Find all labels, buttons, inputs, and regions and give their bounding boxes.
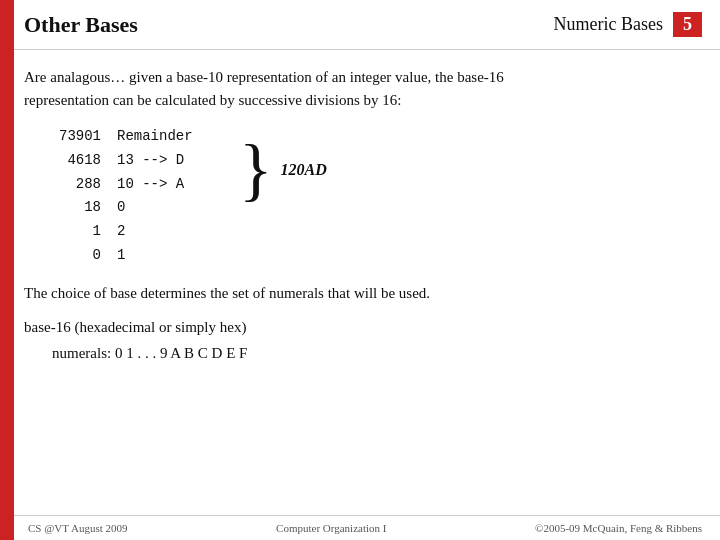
left-accent bbox=[0, 0, 14, 540]
footer-left: CS @VT August 2009 bbox=[28, 522, 127, 534]
right-brace-icon: } bbox=[239, 135, 273, 205]
table-header-row: 73901 Remainder bbox=[54, 125, 229, 149]
num-18: 18 bbox=[54, 196, 109, 220]
rem-0: 1 bbox=[109, 244, 229, 268]
page-title: Other Bases bbox=[24, 12, 138, 38]
rem-18: 0 bbox=[109, 196, 229, 220]
rem-1: 2 bbox=[109, 220, 229, 244]
num-288: 288 bbox=[54, 173, 109, 197]
numerals-line: numerals: 0 1 . . . 9 A B C D E F bbox=[52, 345, 696, 362]
num-1: 1 bbox=[54, 220, 109, 244]
brace-result: } 120AD bbox=[239, 135, 327, 205]
table-row: 18 0 bbox=[54, 196, 229, 220]
slide-number-badge: 5 bbox=[673, 12, 702, 37]
intro-line1: Are analagous… given a base-10 represent… bbox=[24, 69, 504, 85]
header: Other Bases Numeric Bases 5 bbox=[0, 0, 720, 50]
col-rem-header: Remainder bbox=[109, 125, 229, 149]
table-row: 288 10 --> A bbox=[54, 173, 229, 197]
rem-4618: 13 --> D bbox=[109, 149, 229, 173]
num-0: 0 bbox=[54, 244, 109, 268]
intro-line2: representation can be calculated by succ… bbox=[24, 92, 401, 108]
header-right: Numeric Bases 5 bbox=[554, 12, 702, 37]
numeric-bases-label: Numeric Bases bbox=[554, 14, 663, 35]
footer-center: Computer Organization I bbox=[276, 522, 386, 534]
base16-paragraph: base-16 (hexadecimal or simply hex) bbox=[24, 316, 696, 339]
col-num-header: 73901 bbox=[54, 125, 109, 149]
footer: CS @VT August 2009 Computer Organization… bbox=[14, 515, 720, 540]
table-row: 0 1 bbox=[54, 244, 229, 268]
table-row: 4618 13 --> D bbox=[54, 149, 229, 173]
rem-288: 10 --> A bbox=[109, 173, 229, 197]
result-value: 120AD bbox=[281, 161, 327, 179]
main-content: Are analagous… given a base-10 represent… bbox=[0, 50, 720, 372]
division-area: 73901 Remainder 4618 13 --> D 288 10 -->… bbox=[54, 125, 696, 268]
table-row: 1 2 bbox=[54, 220, 229, 244]
division-table: 73901 Remainder 4618 13 --> D 288 10 -->… bbox=[54, 125, 229, 268]
footer-right: ©2005-09 McQuain, Feng & Ribbens bbox=[535, 522, 702, 534]
choice-paragraph: The choice of base determines the set of… bbox=[24, 282, 696, 305]
num-4618: 4618 bbox=[54, 149, 109, 173]
intro-paragraph: Are analagous… given a base-10 represent… bbox=[24, 66, 696, 111]
